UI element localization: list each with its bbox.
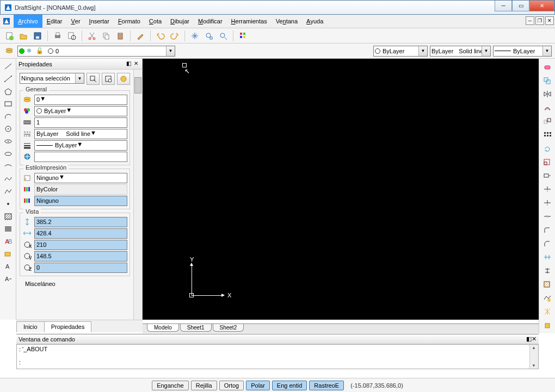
ellipse-center-tool[interactable]: [2, 136, 14, 147]
mtext-tool[interactable]: A: [2, 273, 14, 284]
command-pin-button[interactable]: ◧: [526, 335, 532, 343]
prop-hyperlink-field[interactable]: [34, 152, 127, 162]
scale-tool[interactable]: [541, 156, 553, 168]
note-tool[interactable]: A: [2, 261, 14, 272]
quick-select-button[interactable]: [102, 73, 115, 85]
rectangle-tool[interactable]: [2, 98, 14, 109]
tab-modelo[interactable]: Modelo: [147, 324, 179, 332]
edit-hatch-tool[interactable]: [541, 278, 553, 290]
circle-tool[interactable]: [2, 123, 14, 134]
pan-button[interactable]: [189, 30, 201, 42]
drawing-canvas[interactable]: ↖ Y X: [143, 59, 555, 320]
maximize-button[interactable]: ▭: [512, 1, 529, 11]
mirror-tool[interactable]: [541, 88, 553, 100]
menu-dibujar[interactable]: Dibujar: [166, 15, 194, 28]
pin-button[interactable]: ◧: [125, 60, 132, 68]
layer-manager-button[interactable]: [3, 45, 15, 57]
erase-tool[interactable]: [541, 61, 553, 73]
menu-ver[interactable]: Ver: [66, 15, 84, 28]
properties-button[interactable]: [237, 30, 249, 42]
polygon-tool[interactable]: [2, 86, 14, 97]
status-eng-entid[interactable]: Eng entid: [272, 381, 307, 390]
edit-tool[interactable]: [541, 319, 553, 331]
lineweight-dropdown[interactable]: ByLayer ▼: [493, 46, 552, 57]
trim-tool[interactable]: [541, 183, 553, 195]
pick-add-button[interactable]: [87, 73, 100, 85]
tab-sheet1[interactable]: Sheet1: [180, 324, 212, 332]
save-button[interactable]: [32, 30, 44, 42]
prop-view-v1[interactable]: 385.2: [34, 217, 127, 227]
chamfer-tool[interactable]: [541, 238, 553, 250]
menu-archivo[interactable]: Archivo: [14, 15, 42, 28]
menu-modificar[interactable]: Modificar: [194, 15, 227, 28]
redo-button[interactable]: [169, 30, 181, 42]
status-enganche[interactable]: Enganche: [152, 381, 189, 390]
selection-dropdown[interactable]: Ninguna selección ▼: [20, 73, 84, 84]
spline-tool[interactable]: [2, 173, 14, 184]
menu-herramientas[interactable]: Herramientas: [227, 15, 272, 28]
hatch-solid-tool[interactable]: [2, 223, 14, 234]
prop-view-v4[interactable]: 148.5: [34, 251, 127, 262]
linetype-dropdown[interactable]: ByLayer Solid line ▼: [430, 46, 491, 57]
prop-color-field[interactable]: ByLayer▼: [34, 106, 127, 116]
menu-formato[interactable]: Formato: [114, 15, 145, 28]
edit-polyline-tool[interactable]: [541, 292, 553, 304]
close-panel-button[interactable]: ✕: [132, 60, 140, 68]
prop-linetype-field[interactable]: ByLayerSolid line▼: [34, 129, 127, 139]
menu-editar[interactable]: Editar: [42, 15, 67, 28]
point-tool[interactable]: [2, 198, 14, 209]
layer-dropdown[interactable]: ❄ 🔓 0 ▼: [17, 46, 175, 57]
menu-ventana[interactable]: Ventana: [272, 15, 302, 28]
zoom-extents-button[interactable]: [217, 30, 229, 42]
hatch-tool[interactable]: [2, 211, 14, 222]
prop-print-style-field[interactable]: Ninguno▼: [34, 173, 127, 183]
move-tool[interactable]: [541, 115, 553, 127]
command-close-button[interactable]: ✕: [532, 335, 536, 343]
extend-tool[interactable]: [541, 197, 553, 209]
prop-view-v3[interactable]: 210: [34, 240, 127, 250]
region-tool[interactable]: [2, 248, 14, 259]
prop-lineweight-field[interactable]: ByLayer▼: [34, 140, 127, 151]
copy-tool[interactable]: [541, 74, 553, 86]
pencil-icon[interactable]: [134, 30, 146, 42]
prop-scale-field[interactable]: 1: [34, 117, 127, 128]
mdi-minimize-button[interactable]: ─: [526, 16, 534, 25]
status-ortog[interactable]: Ortog: [219, 381, 244, 390]
new-button[interactable]: [3, 30, 15, 42]
rotate-tool[interactable]: [541, 142, 553, 154]
paste-button[interactable]: [114, 30, 126, 42]
offset-tool[interactable]: [541, 102, 553, 114]
open-button[interactable]: [17, 30, 29, 42]
color-dropdown[interactable]: ByLayer ▼: [373, 46, 428, 57]
properties-scrollbar[interactable]: [133, 70, 142, 320]
command-input[interactable]: : '_ABOUT :: [17, 345, 529, 369]
zoom-window-button[interactable]: [203, 30, 215, 42]
prop-view-v5[interactable]: 0: [34, 263, 127, 273]
status-polar[interactable]: Polar: [246, 381, 270, 390]
tab-sheet2[interactable]: Sheet2: [213, 324, 244, 332]
mdi-restore-button[interactable]: ❐: [535, 16, 544, 25]
stretch-tool[interactable]: [541, 170, 553, 182]
text-tool[interactable]: AB: [2, 236, 14, 247]
explode-tool[interactable]: [541, 306, 553, 318]
fillet-tool[interactable]: [541, 224, 553, 236]
polyline-tool[interactable]: [2, 186, 14, 197]
split-tool[interactable]: [541, 210, 553, 222]
status-rejilla[interactable]: Rejilla: [191, 381, 217, 390]
ellipse-arc-tool[interactable]: [2, 161, 14, 172]
prop-layer-field[interactable]: 0▼: [34, 95, 127, 105]
infinite-line-tool[interactable]: [2, 73, 14, 84]
array-tool[interactable]: [541, 129, 553, 141]
line-tool[interactable]: [2, 61, 14, 72]
align-tool[interactable]: [541, 251, 553, 263]
command-scrollbar[interactable]: [529, 345, 538, 369]
menu-insertar[interactable]: Insertar: [85, 15, 114, 28]
mdi-close-button[interactable]: ✕: [545, 16, 554, 25]
toggle-button[interactable]: [117, 73, 130, 85]
tab-propiedades[interactable]: Propiedades: [44, 321, 92, 332]
cut-button[interactable]: [86, 30, 98, 42]
undo-button[interactable]: [155, 30, 166, 42]
ellipse-tool[interactable]: [2, 148, 14, 159]
status-rastreoe[interactable]: RastreoE: [309, 381, 344, 390]
close-button[interactable]: ✕: [529, 1, 554, 11]
